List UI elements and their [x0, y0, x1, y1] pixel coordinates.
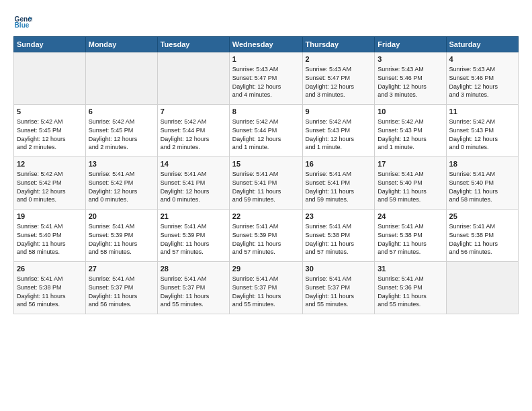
day-info: and 3 minutes.	[306, 91, 372, 99]
day-info: Daylight: 12 hours	[378, 83, 443, 91]
day-number: 8	[232, 107, 300, 117]
weekday-header-thursday: Thursday	[302, 37, 375, 52]
day-info: Daylight: 11 hours	[306, 187, 372, 196]
day-info: Sunset: 5:41 PM	[306, 179, 372, 187]
day-info: Daylight: 11 hours	[17, 292, 83, 301]
day-info: and 55 minutes.	[378, 300, 443, 309]
day-info: Sunset: 5:37 PM	[161, 283, 226, 292]
calendar-cell: 6Sunrise: 5:42 AMSunset: 5:45 PMDaylight…	[85, 105, 157, 157]
day-info: Daylight: 11 hours	[449, 240, 515, 248]
day-info: Sunrise: 5:41 AM	[17, 222, 83, 231]
day-info: Sunrise: 5:41 AM	[89, 222, 154, 231]
day-info: Daylight: 12 hours	[232, 83, 300, 91]
day-info: Sunset: 5:41 PM	[232, 179, 300, 187]
day-info: Sunset: 5:44 PM	[232, 126, 300, 135]
day-info: Daylight: 12 hours	[89, 135, 154, 144]
day-info: and 3 minutes.	[378, 91, 443, 99]
calendar-cell: 17Sunrise: 5:41 AMSunset: 5:40 PMDayligh…	[375, 157, 446, 210]
day-info: Sunset: 5:41 PM	[161, 179, 226, 187]
day-info: Sunrise: 5:41 AM	[378, 222, 443, 231]
week-row-5: 26Sunrise: 5:41 AMSunset: 5:38 PMDayligh…	[14, 262, 519, 314]
day-number: 24	[378, 212, 443, 222]
day-info: Sunset: 5:38 PM	[17, 283, 83, 292]
day-info: Daylight: 11 hours	[232, 292, 300, 301]
day-info: Daylight: 12 hours	[89, 187, 154, 196]
day-number: 20	[89, 212, 154, 222]
day-info: Sunrise: 5:41 AM	[232, 275, 300, 283]
calendar-cell	[446, 262, 518, 314]
day-info: and 1 minute.	[378, 143, 443, 152]
calendar-cell: 15Sunrise: 5:41 AMSunset: 5:41 PMDayligh…	[229, 157, 302, 210]
day-info: Sunrise: 5:42 AM	[306, 118, 372, 126]
day-number: 22	[232, 212, 300, 222]
day-number: 19	[17, 212, 83, 222]
day-info: Sunset: 5:47 PM	[306, 74, 372, 83]
day-number: 15	[232, 159, 300, 169]
day-info: Sunrise: 5:43 AM	[306, 65, 372, 74]
day-number: 4	[449, 54, 515, 64]
day-info: Sunset: 5:39 PM	[161, 231, 226, 240]
day-info: Sunrise: 5:41 AM	[89, 275, 154, 283]
day-info: Daylight: 12 hours	[161, 187, 226, 196]
day-info: Daylight: 12 hours	[161, 135, 226, 144]
day-info: Sunset: 5:39 PM	[232, 231, 300, 240]
calendar-cell: 14Sunrise: 5:41 AMSunset: 5:41 PMDayligh…	[157, 157, 229, 210]
weekday-header-row: SundayMondayTuesdayWednesdayThursdayFrid…	[14, 37, 519, 52]
calendar-cell: 5Sunrise: 5:42 AMSunset: 5:45 PMDaylight…	[14, 105, 86, 157]
day-info: Daylight: 11 hours	[378, 240, 443, 248]
day-number: 14	[161, 159, 226, 169]
day-info: Sunset: 5:37 PM	[306, 283, 372, 292]
calendar-cell	[85, 52, 157, 105]
calendar-cell: 30Sunrise: 5:41 AMSunset: 5:37 PMDayligh…	[302, 262, 375, 314]
day-info: Sunrise: 5:42 AM	[161, 118, 226, 126]
calendar-cell: 20Sunrise: 5:41 AMSunset: 5:39 PMDayligh…	[85, 210, 157, 262]
week-row-3: 12Sunrise: 5:42 AMSunset: 5:42 PMDayligh…	[14, 157, 519, 210]
day-info: Daylight: 12 hours	[449, 135, 515, 144]
day-info: Sunrise: 5:41 AM	[89, 170, 154, 179]
day-info: Sunset: 5:44 PM	[161, 126, 226, 135]
day-info: Sunrise: 5:41 AM	[449, 222, 515, 231]
day-number: 27	[89, 264, 154, 274]
day-info: Sunrise: 5:43 AM	[232, 65, 300, 74]
day-info: and 1 minute.	[306, 143, 372, 152]
day-info: Sunrise: 5:42 AM	[89, 118, 154, 126]
day-info: and 0 minutes.	[89, 195, 154, 204]
day-info: Sunset: 5:45 PM	[17, 126, 83, 135]
day-info: Sunrise: 5:41 AM	[232, 222, 300, 231]
day-info: and 56 minutes.	[89, 300, 154, 309]
day-info: Sunset: 5:38 PM	[306, 231, 372, 240]
day-info: and 0 minutes.	[449, 143, 515, 152]
day-info: Sunset: 5:43 PM	[306, 126, 372, 135]
calendar-cell: 22Sunrise: 5:41 AMSunset: 5:39 PMDayligh…	[229, 210, 302, 262]
day-info: Sunset: 5:45 PM	[89, 126, 154, 135]
day-info: and 1 minute.	[232, 143, 300, 152]
calendar-cell: 18Sunrise: 5:41 AMSunset: 5:40 PMDayligh…	[446, 157, 518, 210]
day-info: and 56 minutes.	[449, 248, 515, 257]
day-number: 17	[378, 159, 443, 169]
day-info: Sunset: 5:46 PM	[449, 74, 515, 83]
calendar-cell: 27Sunrise: 5:41 AMSunset: 5:37 PMDayligh…	[85, 262, 157, 314]
day-info: Sunset: 5:36 PM	[378, 283, 443, 292]
calendar-cell: 8Sunrise: 5:42 AMSunset: 5:44 PMDaylight…	[229, 105, 302, 157]
calendar-cell: 25Sunrise: 5:41 AMSunset: 5:38 PMDayligh…	[446, 210, 518, 262]
day-info: Daylight: 11 hours	[232, 240, 300, 248]
day-info: and 3 minutes.	[449, 91, 515, 99]
day-info: and 59 minutes.	[232, 195, 300, 204]
day-info: Sunrise: 5:41 AM	[306, 275, 372, 283]
day-info: Daylight: 12 hours	[378, 135, 443, 144]
week-row-1: 1Sunrise: 5:43 AMSunset: 5:47 PMDaylight…	[14, 52, 519, 105]
day-info: Daylight: 12 hours	[306, 135, 372, 144]
day-info: and 57 minutes.	[306, 248, 372, 257]
calendar-cell: 16Sunrise: 5:41 AMSunset: 5:41 PMDayligh…	[302, 157, 375, 210]
day-info: Sunset: 5:46 PM	[378, 74, 443, 83]
day-number: 26	[17, 264, 83, 274]
day-info: Daylight: 12 hours	[17, 135, 83, 144]
page-header: General Blue	[13, 12, 519, 31]
day-info: and 57 minutes.	[378, 248, 443, 257]
day-info: and 2 minutes.	[161, 143, 226, 152]
day-info: and 55 minutes.	[232, 300, 300, 309]
day-info: Sunrise: 5:43 AM	[449, 65, 515, 74]
weekday-header-saturday: Saturday	[446, 37, 518, 52]
logo: General Blue	[13, 12, 35, 31]
calendar-table: SundayMondayTuesdayWednesdayThursdayFrid…	[13, 36, 519, 314]
